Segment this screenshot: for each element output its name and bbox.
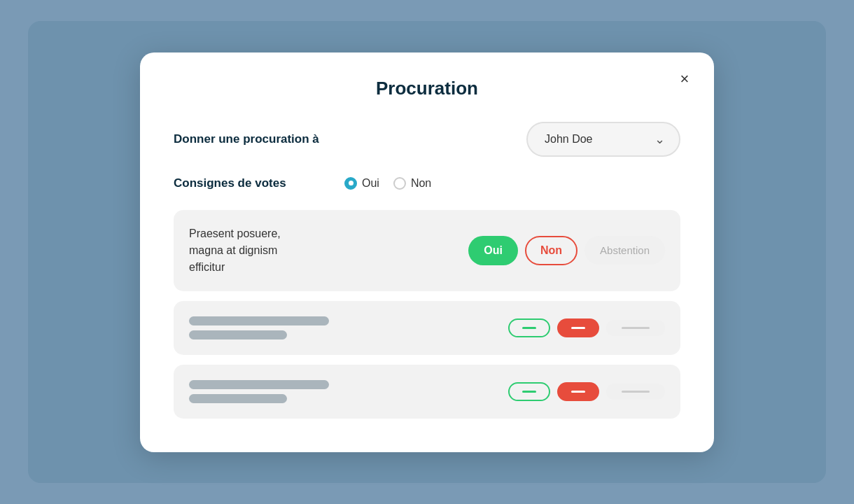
- vote-card-2-buttons: [508, 318, 665, 337]
- selected-person: John Doe: [545, 133, 593, 146]
- modal-dialog: × Procuration Donner une procuration à J…: [140, 52, 714, 452]
- vote-card-3-oui-button[interactable]: [508, 382, 550, 401]
- vote-card-2-abstention-button[interactable]: [606, 320, 665, 336]
- person-select-button[interactable]: John Doe ⌄: [526, 122, 680, 157]
- person-select-wrapper: John Doe ⌄: [344, 122, 680, 157]
- non-dash-icon-3: [571, 391, 585, 393]
- vote-card-1: Praesent posuere, magna at dignism effic…: [174, 210, 680, 291]
- radio-group: Oui Non: [344, 177, 431, 190]
- vote-card-3-abstention-button[interactable]: [606, 384, 665, 400]
- placeholder-bar: [189, 316, 329, 326]
- vote-card-3-text-placeholder: [189, 380, 497, 403]
- radio-non-circle: [393, 177, 406, 190]
- chevron-down-icon: ⌄: [654, 132, 665, 147]
- non-dash-icon: [571, 327, 585, 329]
- consignes-row: Consignes de votes Oui Non: [174, 176, 680, 190]
- vote-card-3-non-button[interactable]: [557, 382, 599, 401]
- vote-card-1-oui-button[interactable]: Oui: [468, 236, 518, 265]
- abs-dash-icon-3: [622, 391, 650, 393]
- vote-card-1-non-button[interactable]: Non: [525, 236, 578, 265]
- vote-card-1-abstention-button[interactable]: Abstention: [584, 236, 665, 265]
- procuration-row: Donner une procuration à John Doe ⌄: [174, 122, 680, 157]
- radio-oui-circle: [344, 177, 357, 190]
- vote-card-2-non-button[interactable]: [557, 318, 599, 337]
- close-button[interactable]: ×: [672, 66, 697, 92]
- abs-dash-icon: [622, 327, 650, 329]
- radio-oui-label: Oui: [362, 177, 379, 190]
- placeholder-bar-3a: [189, 380, 329, 389]
- procuration-label: Donner une procuration à: [174, 132, 328, 146]
- modal-title: Procuration: [174, 78, 680, 99]
- vote-card-2-text-placeholder: [189, 316, 497, 340]
- radio-oui-option[interactable]: Oui: [344, 177, 379, 190]
- vote-card-3-buttons: [508, 382, 665, 401]
- vote-card-3: [174, 365, 680, 419]
- radio-non-option[interactable]: Non: [393, 177, 431, 190]
- oui-dash-icon: [522, 327, 536, 329]
- vote-card-1-text: Praesent posuere, magna at dignism effic…: [189, 225, 457, 276]
- oui-dash-icon-3: [522, 391, 536, 393]
- vote-card-1-buttons: Oui Non Abstention: [468, 236, 665, 265]
- vote-card-2: [174, 301, 680, 355]
- radio-non-label: Non: [411, 177, 431, 190]
- placeholder-bar-3b: [189, 394, 287, 403]
- placeholder-bar-short: [189, 330, 287, 340]
- vote-card-2-oui-button[interactable]: [508, 318, 550, 337]
- screen-background: × Procuration Donner une procuration à J…: [28, 21, 826, 483]
- consignes-label: Consignes de votes: [174, 176, 328, 190]
